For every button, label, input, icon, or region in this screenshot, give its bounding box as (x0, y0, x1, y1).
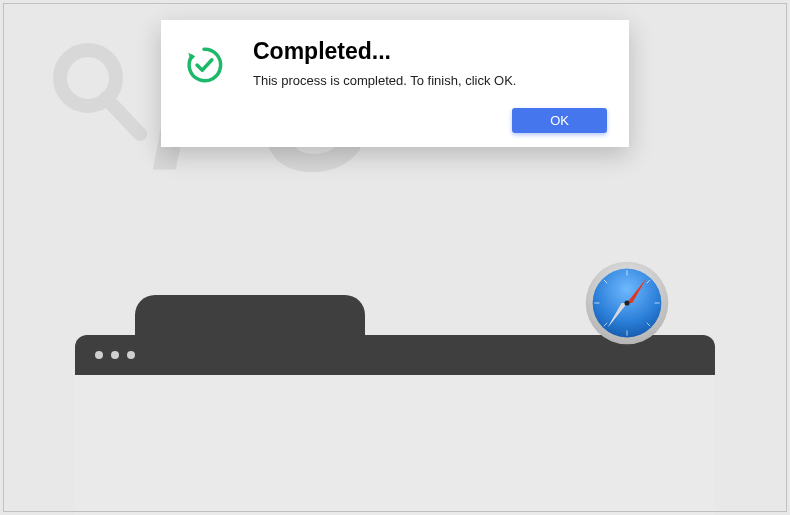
svg-point-0 (60, 50, 116, 106)
completed-dialog: Completed... This process is completed. … (161, 20, 629, 147)
dialog-message: This process is completed. To finish, cl… (253, 73, 607, 90)
dialog-button-row: OK (253, 108, 607, 133)
ok-button[interactable]: OK (512, 108, 607, 133)
svg-point-18 (624, 300, 629, 305)
window-control-dot (127, 351, 135, 359)
window-control-dot (111, 351, 119, 359)
window-control-dot (95, 351, 103, 359)
refresh-check-icon (183, 44, 233, 90)
svg-line-1 (106, 98, 140, 134)
browser-viewport (75, 375, 715, 515)
safari-compass-icon (584, 260, 670, 346)
dialog-title: Completed... (253, 38, 607, 67)
